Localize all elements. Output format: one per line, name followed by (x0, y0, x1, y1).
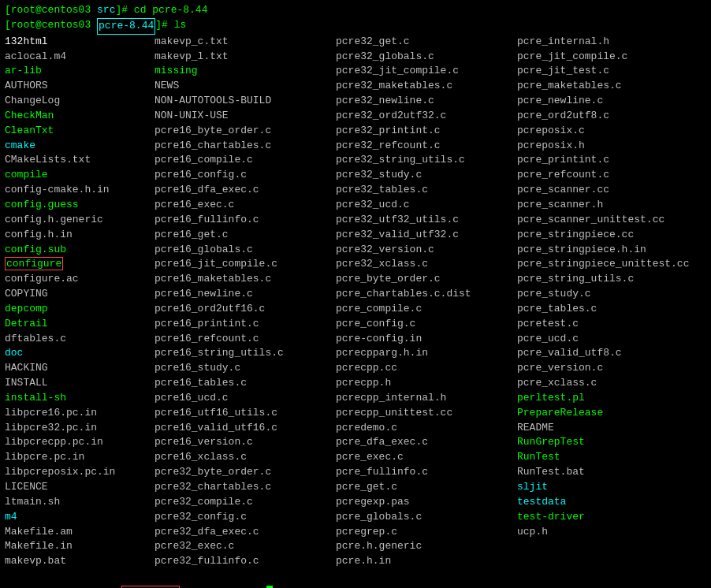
filename: depcomp (5, 303, 48, 314)
filename: doc (5, 347, 23, 359)
file-item: Makefile.in (5, 539, 154, 554)
terminal: [root@centos03 src]# cd pcre-8.44 [root@… (0, 0, 711, 588)
file-item: libpcre.pc.in (5, 450, 154, 465)
file-item: pcre32_version.c (336, 243, 517, 258)
file-item: pcre_stringpiece_unittest.cc (517, 257, 711, 272)
prompt2-user: [root@centos03 (5, 18, 97, 35)
filename: pcre_valid_utf8.c (517, 347, 622, 359)
filename: CMakeLists.txt (5, 154, 91, 166)
filename: pcre_chartables.c.dist (336, 288, 471, 300)
filename: libpcre32.pc.in (5, 422, 97, 434)
filename: ar-lib (5, 65, 42, 76)
file-item: install-sh (5, 391, 154, 406)
prompt-close: ]# cd pcre-8.44 (115, 3, 207, 18)
file-item: pcre32_byte_order.c (154, 465, 336, 480)
filename: pcre16_refcount.c (154, 333, 259, 344)
filename: RunTest.bat (517, 466, 585, 478)
filename: pcre16_ucd.c (154, 392, 229, 404)
filename: libpcre.pc.in (5, 451, 84, 463)
filename: libpcre16.pc.in (5, 407, 97, 419)
filename: pcre_ucd.c (517, 333, 579, 344)
filename: aclocal.m4 (5, 50, 66, 62)
filename: sljit (517, 481, 548, 493)
file-item: pcre16_dfa_exec.c (154, 183, 336, 198)
file-item: pcre_study.c (517, 287, 711, 302)
filename: pcre32_globals.c (336, 50, 434, 62)
file-item: pcre32_compile.c (154, 495, 336, 510)
filename: pcre_jit_test.c (517, 65, 609, 76)
file-item: pcre_globals.c (336, 510, 517, 525)
filename: pcreposix.c (517, 125, 585, 136)
filename: pcrecpp.h (336, 377, 391, 389)
filename: pcre_config.c (336, 318, 415, 329)
file-item: config.h.in (5, 228, 154, 243)
file-item: RunTest.bat (517, 465, 711, 480)
file-item: configure (5, 257, 154, 272)
file-item: pcre16_valid_utf16.c (154, 421, 336, 436)
file-item: config-cmake.h.in (5, 183, 154, 198)
filename: NON-UNIX-USE (154, 110, 229, 121)
filename: pcre32_dfa_exec.c (154, 526, 259, 538)
filename: cmake (5, 140, 35, 151)
file-item: cmake (5, 139, 154, 154)
filename: pcrecpp.cc (336, 362, 397, 374)
file-item: pcre_internal.h (517, 35, 711, 50)
file-item: pcre_compile.c (336, 302, 517, 317)
pcre-path-box: pcre-8.44 (97, 18, 155, 35)
file-item: Makefile.am (5, 525, 154, 540)
filename: pcre_stringpiece.h.in (517, 244, 646, 255)
file-item: testdata (517, 495, 711, 510)
file-item: RunTest (517, 450, 711, 465)
filename: Makefile.am (5, 526, 73, 538)
file-item: pcre_byte_order.c (336, 272, 517, 287)
file-item: LICENCE (5, 480, 154, 495)
file-item: pcre_chartables.c.dist (336, 287, 517, 302)
filename: pcrecpparg.h.in (336, 347, 428, 359)
filename: COPYING (5, 288, 48, 300)
file-item: pcre16_jit_compile.c (154, 257, 336, 272)
filename: pcre32_utf32_utils.c (336, 214, 459, 225)
filename: pcre_tables.c (517, 303, 597, 314)
file-item: libpcreposix.pc.in (5, 465, 154, 480)
filename: pcre32_compile.c (154, 496, 253, 508)
file-item: pcre16_study.c (154, 361, 336, 376)
filename: RunTest (517, 451, 560, 463)
file-item: ucp.h (517, 525, 711, 540)
line-cd: [root@centos03 src]# cd pcre-8.44 (5, 3, 706, 18)
file-item: pcre.h.in (336, 554, 517, 569)
filename: test-driver (517, 511, 585, 523)
filename: pcre32_ucd.c (336, 199, 410, 210)
file-item: pcre.h.generic (336, 539, 517, 554)
filename: CleanTxt (5, 125, 54, 136)
file-item: pcre32_jit_compile.c (336, 64, 517, 79)
filename: makevp_l.txt (154, 50, 229, 62)
file-item: CMakeLists.txt (5, 153, 154, 168)
prompt2-hash: ]# ls (155, 18, 186, 35)
filename: pcre.h.generic (336, 540, 422, 552)
filename: pcre16_byte_order.c (154, 125, 271, 136)
filename: makevp_c.txt (154, 35, 229, 47)
filename: dftables.c (5, 333, 66, 344)
filename: AUTHORS (5, 80, 48, 91)
file-item: pcre_ucd.c (517, 332, 711, 347)
filename: pcre_scanner.h (517, 199, 603, 210)
file-item: pcre16_config.c (154, 168, 336, 183)
file-item: pcre-config.in (336, 332, 517, 347)
file-item: NON-AUTOTOOLS-BUILD (154, 94, 336, 109)
file-item: pcre32_exec.c (154, 539, 336, 554)
filename: pcre32_newline.c (336, 95, 434, 106)
file-item: makevp_l.txt (154, 50, 336, 65)
filename: compile (5, 169, 48, 180)
filename: pcre_version.c (517, 362, 603, 374)
filename: pcre_xclass.c (517, 377, 597, 389)
file-item: libpcre32.pc.in (5, 421, 154, 436)
filename: INSTALL (5, 377, 48, 389)
file-item: pcrecpp.h (336, 376, 517, 391)
filename: pcre32_jit_compile.c (336, 65, 459, 76)
filename: pcre-config.in (336, 333, 422, 344)
file-item: pcre16_fullinfo.c (154, 213, 336, 228)
filename: pcre32_valid_utf32.c (336, 229, 459, 240)
filename: pcre16_jit_compile.c (154, 258, 277, 270)
prompt-user: [root@centos03 (5, 3, 97, 18)
file-item: pcre_tables.c (517, 302, 711, 317)
